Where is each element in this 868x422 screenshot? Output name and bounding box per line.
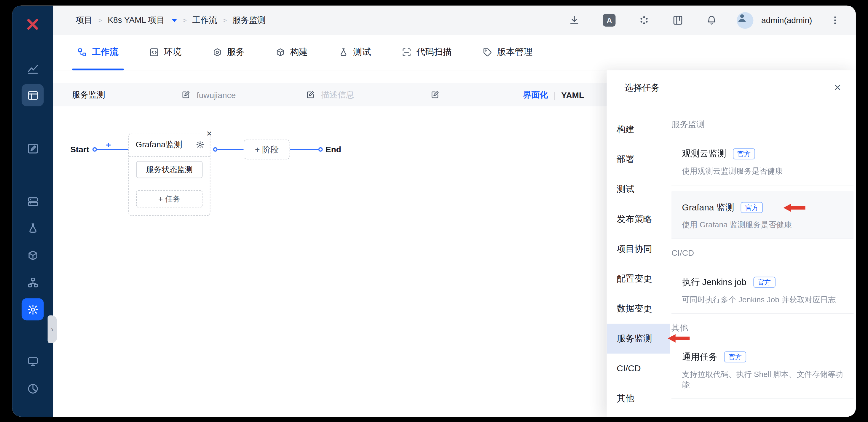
- category-release-strategy[interactable]: 发布策略: [607, 204, 670, 234]
- pie-chart-icon: [27, 383, 38, 394]
- tab-workflows[interactable]: 工作流: [72, 35, 124, 70]
- download-icon[interactable]: [569, 15, 580, 25]
- stage-close-icon[interactable]: ×: [207, 129, 212, 138]
- task-card-guance[interactable]: 观测云监测 官方 使用观测云监测服务是否健康: [672, 137, 854, 185]
- close-icon[interactable]: ×: [830, 80, 845, 95]
- category-build[interactable]: 构建: [607, 115, 670, 144]
- add-task-button[interactable]: + 任务: [136, 190, 203, 207]
- tab-code-scan[interactable]: 代码扫描: [396, 35, 457, 70]
- category-deploy[interactable]: 部署: [607, 144, 670, 174]
- chevron-right-icon: ›: [51, 325, 54, 334]
- breadcrumb-project-name[interactable]: K8s YAML 项目: [107, 15, 165, 25]
- sidebar: [12, 6, 53, 417]
- official-badge: 官方: [753, 277, 775, 288]
- task-card-jenkins[interactable]: 执行 Jenkins job 官方 可同时执行多个 Jenkins Job 并获…: [672, 265, 854, 314]
- avatar[interactable]: [737, 12, 753, 28]
- category-label: 测试: [617, 184, 634, 195]
- tab-environments[interactable]: 环境: [144, 35, 187, 70]
- breadcrumb-workflows[interactable]: 工作流: [192, 15, 217, 25]
- category-label: 发布策略: [617, 214, 652, 225]
- hexagon-icon: [213, 48, 222, 57]
- category-data-change[interactable]: 数据变更: [607, 294, 670, 324]
- sidebar-item-pipelines[interactable]: [22, 271, 44, 293]
- tab-label: 服务: [227, 46, 245, 58]
- app-logo[interactable]: [22, 13, 44, 36]
- tab-version-management[interactable]: 版本管理: [477, 35, 538, 70]
- section-title: CI/CD: [672, 247, 854, 259]
- add-stage-plus-icon[interactable]: +: [106, 140, 111, 150]
- add-stage-button[interactable]: + 阶段: [244, 139, 290, 159]
- header-actions: A admin(admin): [569, 12, 840, 28]
- card-description: 使用观测云监测服务是否健康: [682, 166, 845, 176]
- breadcrumb-project[interactable]: 项目: [76, 15, 92, 25]
- tab-label: 版本管理: [497, 46, 533, 58]
- sidebar-item-resources[interactable]: [22, 190, 44, 213]
- task-label: 服务状态监测: [146, 165, 193, 175]
- sidebar-collapse-handle[interactable]: ›: [48, 315, 57, 343]
- task-card-grafana[interactable]: Grafana 监测 官方 使用 Grafana 监测服务是否健康: [672, 191, 854, 239]
- breadcrumb: 项目 > K8s YAML 项目 > 工作流 > 服务监测: [76, 15, 266, 25]
- category-config-change[interactable]: 配置变更: [607, 264, 670, 294]
- kanban-icon[interactable]: [673, 15, 683, 25]
- project-tab-bar: 工作流 环境 服务 构建 测试 代码扫描 版本管理: [53, 35, 856, 70]
- sidebar-item-insights[interactable]: [22, 58, 44, 80]
- sidebar-item-delivery[interactable]: [22, 244, 44, 266]
- text-size-icon[interactable]: A: [603, 14, 616, 27]
- category-cicd[interactable]: CI/CD: [607, 354, 670, 384]
- task-service-status[interactable]: 服务状态监测: [136, 161, 203, 178]
- stage-title: Grafana监测: [135, 139, 196, 150]
- chevron-down-icon[interactable]: [172, 19, 177, 22]
- connector-dot: [213, 147, 218, 152]
- category-label: 数据变更: [617, 303, 652, 315]
- tab-services[interactable]: 服务: [207, 35, 250, 70]
- sidebar-item-reports[interactable]: [22, 377, 44, 399]
- category-project-collab[interactable]: 项目协同: [607, 234, 670, 264]
- app-window: › 项目 > K8s YAML 项目 > 工作流 > 服务监测 A admin(…: [12, 6, 856, 417]
- sidebar-item-templates[interactable]: [22, 137, 44, 159]
- person-icon: [737, 12, 747, 22]
- tab-builds[interactable]: 构建: [270, 35, 313, 70]
- flow-connector: [290, 149, 318, 150]
- apps-grid-icon[interactable]: [639, 15, 649, 25]
- official-badge: 官方: [724, 352, 746, 362]
- tab-label: 工作流: [92, 46, 119, 58]
- task-card-general[interactable]: 通用任务 官方 支持拉取代码、执行 Shell 脚本、文件存储等功能: [672, 340, 854, 399]
- category-other[interactable]: 其他: [607, 384, 670, 413]
- flask-icon: [339, 48, 348, 57]
- category-test[interactable]: 测试: [607, 174, 670, 204]
- bell-icon[interactable]: [707, 15, 717, 25]
- official-badge: 官方: [733, 148, 755, 159]
- breadcrumb-current: 服务监测: [232, 15, 266, 25]
- card-description: 可同时执行多个 Jenkins Job 并获取对应日志: [682, 294, 845, 305]
- card-title: 通用任务: [682, 352, 718, 362]
- package-icon: [276, 48, 285, 57]
- section-title: 其他: [672, 322, 854, 334]
- category-label: 部署: [617, 154, 634, 165]
- top-bar: 项目 > K8s YAML 项目 > 工作流 > 服务监测 A admin(ad…: [53, 6, 856, 35]
- sidebar-item-projects[interactable]: [22, 84, 44, 106]
- stage-grafana[interactable]: Grafana监测 服务状态监测 + 任务: [128, 133, 210, 216]
- task-card-list: 服务监测 观测云监测 官方 使用观测云监测服务是否健康 Grafana 监测 官…: [670, 115, 856, 417]
- category-label: 配置变更: [617, 273, 652, 285]
- tab-tests[interactable]: 测试: [333, 35, 376, 70]
- user-name[interactable]: admin(admin): [761, 15, 812, 25]
- stage-header: Grafana监测: [129, 133, 210, 157]
- add-stage-label: + 阶段: [255, 144, 279, 154]
- section-title: 服务监测: [672, 119, 854, 131]
- sidebar-item-settings[interactable]: [22, 298, 44, 320]
- stage-settings-gear-icon[interactable]: [196, 140, 204, 149]
- category-service-monitoring[interactable]: 服务监测: [607, 324, 670, 354]
- gear-icon: [27, 303, 38, 315]
- card-description: 支持拉取代码、执行 Shell 脚本、文件存储等功能: [682, 369, 845, 390]
- tab-label: 构建: [290, 46, 308, 58]
- drawer-title: 选择任务: [624, 83, 660, 94]
- task-category-list: 构建 部署 测试 发布策略 项目协同 配置变更 数据变更 服务监测 CI/CD …: [607, 115, 670, 417]
- category-label: 项目协同: [617, 243, 652, 255]
- sidebar-item-testing[interactable]: [22, 217, 44, 239]
- chart-icon: [27, 63, 38, 74]
- card-head: 观测云监测 官方: [682, 148, 845, 159]
- sidebar-item-operations[interactable]: [22, 350, 44, 372]
- category-label: 服务监测: [617, 333, 652, 344]
- more-vertical-icon[interactable]: [830, 15, 840, 25]
- add-task-label: + 任务: [158, 194, 181, 204]
